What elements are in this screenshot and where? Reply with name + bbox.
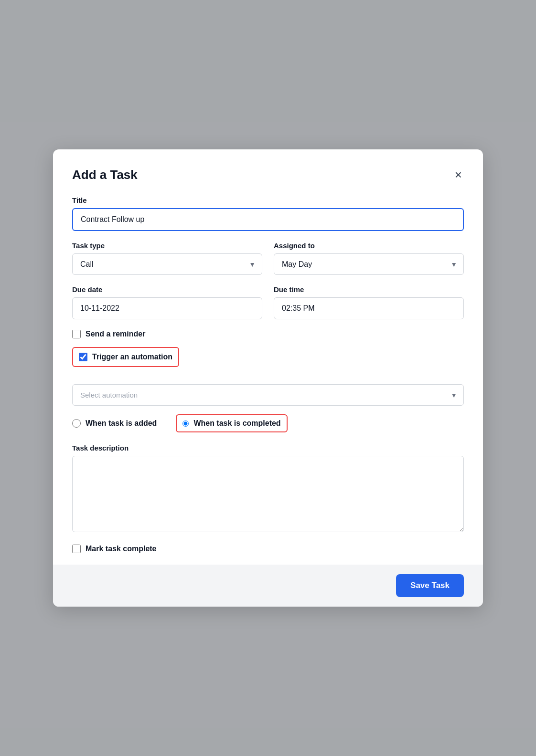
assigned-to-select[interactable]: May Day — [274, 253, 464, 275]
due-time-group: Due time — [274, 285, 464, 319]
task-description-textarea[interactable] — [72, 456, 464, 532]
task-type-select-wrapper: Call Email Meeting Other ▼ — [72, 253, 262, 275]
task-type-assigned-row: Task type Call Email Meeting Other ▼ Ass… — [72, 242, 464, 275]
assigned-to-select-wrapper: May Day ▼ — [274, 253, 464, 275]
when-completed-label: When task is completed — [193, 419, 280, 428]
when-added-radio[interactable] — [72, 419, 81, 428]
due-time-input[interactable] — [274, 297, 464, 319]
due-date-label: Due date — [72, 285, 262, 294]
modal-header: Add a Task × — [72, 167, 464, 183]
modal-title: Add a Task — [72, 168, 138, 182]
trigger-automation-checkbox[interactable] — [79, 353, 87, 361]
due-date-group: Due date — [72, 285, 262, 319]
title-label: Title — [72, 196, 464, 204]
automation-select-wrapper: Select automation ▼ — [72, 384, 464, 406]
assigned-to-label: Assigned to — [274, 242, 464, 250]
task-description-label: Task description — [72, 444, 464, 452]
when-completed-section: When task is completed — [176, 414, 287, 432]
reminder-label: Send a reminder — [86, 330, 145, 338]
close-button[interactable]: × — [453, 167, 464, 183]
due-date-input[interactable] — [72, 297, 262, 319]
reminder-checkbox[interactable] — [72, 330, 81, 338]
mark-complete-row: Mark task complete — [72, 545, 464, 553]
trigger-automation-wrapper: Trigger an automation — [72, 347, 464, 376]
due-date-time-row: Due date Due time — [72, 285, 464, 319]
task-type-select[interactable]: Call Email Meeting Other — [72, 253, 262, 275]
title-input[interactable] — [72, 208, 464, 231]
automation-select[interactable]: Select automation — [72, 384, 464, 406]
when-added-option: When task is added — [72, 419, 157, 428]
when-completed-radio[interactable] — [182, 420, 189, 427]
modal-footer: Save Task — [53, 565, 483, 607]
mark-complete-checkbox[interactable] — [72, 545, 81, 553]
task-description-group: Task description — [72, 444, 464, 534]
trigger-automation-label: Trigger an automation — [92, 353, 172, 361]
assigned-to-group: Assigned to May Day ▼ — [274, 242, 464, 275]
title-field-group: Title — [72, 196, 464, 231]
overlay: Add a Task × Title Task type Call Email … — [0, 0, 536, 756]
trigger-timing-row: When task is added When task is complete… — [72, 414, 464, 432]
when-added-label: When task is added — [86, 419, 157, 428]
due-time-label: Due time — [274, 285, 464, 294]
mark-complete-label: Mark task complete — [86, 545, 157, 553]
reminder-row: Send a reminder — [72, 330, 464, 338]
modal-dialog: Add a Task × Title Task type Call Email … — [53, 149, 483, 607]
task-type-label: Task type — [72, 242, 262, 250]
trigger-automation-section: Trigger an automation — [72, 347, 179, 367]
task-type-group: Task type Call Email Meeting Other ▼ — [72, 242, 262, 275]
save-task-button[interactable]: Save Task — [396, 574, 464, 597]
